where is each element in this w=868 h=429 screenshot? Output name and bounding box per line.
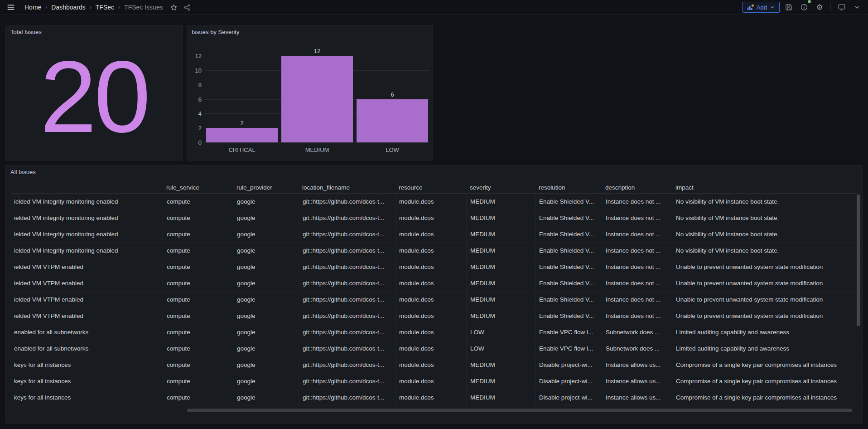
- cell-resource: module.dcos: [395, 292, 466, 307]
- cell-severity: MEDIUM: [466, 373, 535, 389]
- cell-impact: Compromise of a single key pair compromi…: [672, 357, 858, 373]
- cell-rule_provider: google: [233, 226, 299, 242]
- column-header-location_filename[interactable]: location_filename: [299, 182, 395, 193]
- cell-rule_service: compute: [163, 226, 233, 242]
- y-axis-tick: 2: [190, 125, 202, 132]
- table-row: ielded VM VTPM enabledcomputegooglegit::…: [10, 292, 858, 308]
- column-header-impact[interactable]: impact: [672, 182, 858, 193]
- column-header-rule_provider[interactable]: rule_provider: [233, 182, 299, 193]
- cell-rule_service: compute: [163, 373, 233, 389]
- table-row: ielded VM integrity monitoring enabledco…: [10, 226, 858, 243]
- cell-rule_service: compute: [163, 341, 233, 356]
- table-row: keys for all instancescomputegooglegit::…: [10, 357, 858, 373]
- nav-right-actions: Add ⚙: [743, 1, 863, 14]
- breadcrumb-item[interactable]: Home: [22, 3, 44, 12]
- cell-description: Instance does not ...: [602, 308, 672, 324]
- cell-title: keys for all instances: [10, 390, 163, 405]
- cell-description: Instance does not ...: [602, 210, 672, 226]
- y-axis-tick: 4: [190, 110, 202, 117]
- breadcrumb-separator-icon: ›: [89, 4, 92, 10]
- breadcrumb-item[interactable]: Dashboards: [48, 3, 88, 12]
- cell-resolution: Enable Shielded V...: [535, 275, 602, 291]
- cell-location_filename: git::https://github.com/dcos-t...: [299, 194, 395, 210]
- x-axis-tick: LOW: [386, 146, 399, 153]
- cell-description: Instance does not ...: [602, 292, 672, 307]
- cell-rule_provider: google: [233, 243, 299, 258]
- column-header-severity[interactable]: severity: [466, 182, 535, 193]
- cell-rule_service: compute: [163, 259, 233, 275]
- cell-resource: module.dcos: [395, 243, 466, 258]
- breadcrumb: Home›Dashboards›TFSec›TFSec Issues: [22, 3, 166, 12]
- bar-value-label: 6: [391, 91, 394, 98]
- cell-resolution: Enable Shielded V...: [535, 194, 602, 210]
- cell-resolution: Enable Shielded V...: [535, 210, 602, 226]
- column-header-resolution[interactable]: resolution: [535, 182, 602, 193]
- cell-description: Instance allows us...: [602, 357, 672, 373]
- cell-severity: MEDIUM: [466, 243, 535, 258]
- star-icon[interactable]: [168, 1, 180, 14]
- cell-resource: module.dcos: [395, 275, 466, 291]
- gear-icon[interactable]: ⚙: [813, 1, 826, 14]
- table-row: ielded VM VTPM enabledcomputegooglegit::…: [10, 275, 858, 292]
- bar-value-label: 2: [240, 120, 243, 127]
- column-header-description[interactable]: description: [602, 182, 672, 193]
- cell-impact: No visibility of VM instance boot state.: [672, 194, 858, 210]
- cell-location_filename: git::https://github.com/dcos-t...: [299, 226, 395, 242]
- cell-rule_provider: google: [233, 210, 299, 226]
- chevron-down-icon[interactable]: [851, 1, 863, 14]
- y-axis-tick: 0: [190, 139, 202, 146]
- breadcrumb-item[interactable]: TFSec: [93, 3, 117, 12]
- cell-rule_service: compute: [163, 243, 233, 258]
- cell-impact: Unable to prevent unwanted system state …: [672, 275, 858, 291]
- y-axis-tick: 10: [190, 67, 202, 73]
- menu-icon[interactable]: [5, 1, 17, 14]
- cell-rule_provider: google: [233, 275, 299, 291]
- share-icon[interactable]: [181, 1, 194, 14]
- cell-description: Instance does not ...: [602, 259, 672, 275]
- cell-resource: module.dcos: [395, 357, 466, 373]
- column-header-rule_service[interactable]: rule_service: [163, 182, 233, 193]
- info-wrap: [798, 1, 810, 14]
- bar-critical: [206, 128, 278, 142]
- panel-all-issues: All Issues rule_servicerule_providerloca…: [5, 165, 863, 424]
- cell-severity: LOW: [466, 324, 535, 340]
- cell-description: Instance does not ...: [602, 194, 672, 210]
- table-row: ielded VM VTPM enabledcomputegooglegit::…: [10, 259, 858, 275]
- panel-title-all-issues[interactable]: All Issues: [10, 169, 36, 176]
- breadcrumb-separator-icon: ›: [45, 4, 48, 10]
- cell-impact: No visibility of VM instance boot state.: [672, 243, 858, 258]
- cell-rule_service: compute: [163, 194, 233, 210]
- cell-severity: MEDIUM: [466, 292, 535, 307]
- cell-location_filename: git::https://github.com/dcos-t...: [299, 243, 395, 258]
- cell-severity: MEDIUM: [466, 259, 535, 275]
- cell-title: ielded VM VTPM enabled: [10, 308, 163, 324]
- y-axis-tick: 6: [190, 96, 202, 102]
- cell-resolution: Disable project-wi...: [535, 357, 602, 373]
- column-header-resource[interactable]: resource: [395, 182, 466, 193]
- horizontal-scrollbar[interactable]: [187, 409, 852, 412]
- cell-impact: Limited auditing capability and awarenes…: [672, 324, 858, 340]
- cell-impact: Unable to prevent unwanted system state …: [672, 259, 858, 275]
- cell-title: ielded VM VTPM enabled: [10, 259, 163, 275]
- cell-resource: module.dcos: [395, 308, 466, 324]
- table-row: ielded VM VTPM enabledcomputegooglegit::…: [10, 308, 858, 324]
- cell-rule_service: compute: [163, 275, 233, 291]
- table-row: keys for all instancescomputegooglegit::…: [10, 390, 858, 406]
- cell-severity: MEDIUM: [466, 210, 535, 226]
- top-nav: Home›Dashboards›TFSec›TFSec Issues Add: [0, 0, 868, 15]
- save-icon[interactable]: [782, 1, 795, 14]
- cell-title: ielded VM integrity monitoring enabled: [10, 210, 163, 226]
- monitor-icon[interactable]: [835, 1, 848, 14]
- cell-description: Subnetwork does ...: [602, 341, 672, 356]
- bar-medium: [281, 56, 353, 142]
- vertical-scrollbar[interactable]: [857, 195, 860, 326]
- add-button[interactable]: Add: [743, 2, 780, 13]
- column-header-hidden[interactable]: [10, 182, 163, 193]
- cell-rule_provider: google: [233, 373, 299, 389]
- cell-description: Instance does not ...: [602, 275, 672, 291]
- panel-add-icon: [747, 4, 754, 10]
- cell-rule_service: compute: [163, 308, 233, 324]
- cell-rule_provider: google: [233, 390, 299, 405]
- cell-severity: MEDIUM: [466, 390, 535, 405]
- cell-impact: Limited auditing capability and awarenes…: [672, 341, 858, 356]
